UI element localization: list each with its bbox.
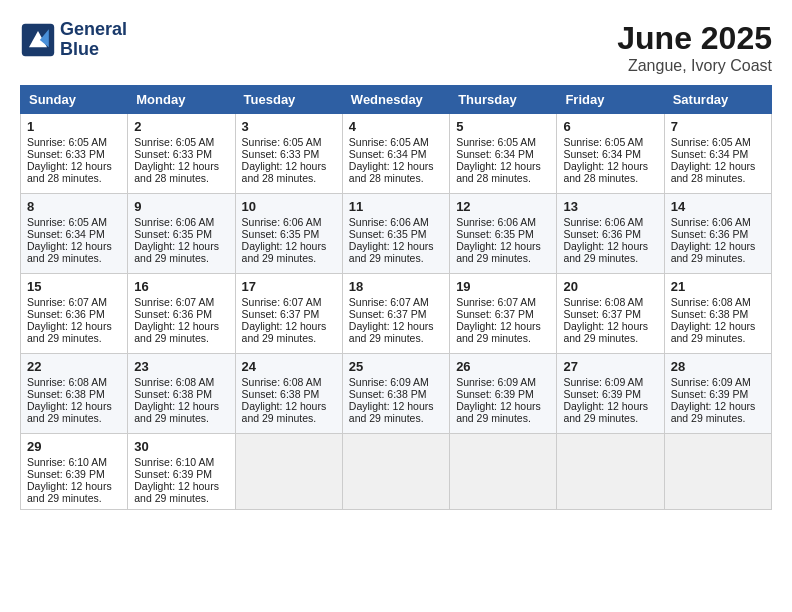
calendar-cell: 2 Sunrise: 6:05 AM Sunset: 6:33 PM Dayli… xyxy=(128,114,235,194)
daylight-label: Daylight: 12 hours and 29 minutes. xyxy=(27,480,112,504)
daylight-label: Daylight: 12 hours and 28 minutes. xyxy=(563,160,648,184)
day-number: 21 xyxy=(671,279,765,294)
sunset-label: Sunset: 6:34 PM xyxy=(671,148,749,160)
day-number: 10 xyxy=(242,199,336,214)
calendar-cell: 28 Sunrise: 6:09 AM Sunset: 6:39 PM Dayl… xyxy=(664,354,771,434)
daylight-label: Daylight: 12 hours and 29 minutes. xyxy=(242,400,327,424)
logo-text: General Blue xyxy=(60,20,127,60)
sunrise-label: Sunrise: 6:08 AM xyxy=(27,376,107,388)
calendar-cell xyxy=(342,434,449,510)
day-number: 12 xyxy=(456,199,550,214)
daylight-label: Daylight: 12 hours and 29 minutes. xyxy=(456,320,541,344)
day-number: 5 xyxy=(456,119,550,134)
sunrise-label: Sunrise: 6:07 AM xyxy=(27,296,107,308)
sunrise-label: Sunrise: 6:06 AM xyxy=(134,216,214,228)
day-number: 6 xyxy=(563,119,657,134)
calendar-cell: 16 Sunrise: 6:07 AM Sunset: 6:36 PM Dayl… xyxy=(128,274,235,354)
daylight-label: Daylight: 12 hours and 29 minutes. xyxy=(134,320,219,344)
calendar-table: SundayMondayTuesdayWednesdayThursdayFrid… xyxy=(20,85,772,510)
sunrise-label: Sunrise: 6:10 AM xyxy=(27,456,107,468)
day-number: 2 xyxy=(134,119,228,134)
sunset-label: Sunset: 6:35 PM xyxy=(134,228,212,240)
sunrise-label: Sunrise: 6:05 AM xyxy=(27,136,107,148)
sunrise-label: Sunrise: 6:05 AM xyxy=(349,136,429,148)
day-number: 14 xyxy=(671,199,765,214)
logo-line2: Blue xyxy=(60,40,127,60)
day-number: 24 xyxy=(242,359,336,374)
sunset-label: Sunset: 6:33 PM xyxy=(134,148,212,160)
calendar-week-row: 15 Sunrise: 6:07 AM Sunset: 6:36 PM Dayl… xyxy=(21,274,772,354)
daylight-label: Daylight: 12 hours and 28 minutes. xyxy=(671,160,756,184)
day-number: 19 xyxy=(456,279,550,294)
daylight-label: Daylight: 12 hours and 28 minutes. xyxy=(27,160,112,184)
sunset-label: Sunset: 6:34 PM xyxy=(563,148,641,160)
sunrise-label: Sunrise: 6:07 AM xyxy=(456,296,536,308)
sunset-label: Sunset: 6:37 PM xyxy=(349,308,427,320)
calendar-cell: 15 Sunrise: 6:07 AM Sunset: 6:36 PM Dayl… xyxy=(21,274,128,354)
sunset-label: Sunset: 6:39 PM xyxy=(134,468,212,480)
sunrise-label: Sunrise: 6:05 AM xyxy=(671,136,751,148)
day-number: 26 xyxy=(456,359,550,374)
calendar-cell: 20 Sunrise: 6:08 AM Sunset: 6:37 PM Dayl… xyxy=(557,274,664,354)
calendar-cell: 11 Sunrise: 6:06 AM Sunset: 6:35 PM Dayl… xyxy=(342,194,449,274)
sunset-label: Sunset: 6:39 PM xyxy=(27,468,105,480)
daylight-label: Daylight: 12 hours and 29 minutes. xyxy=(134,240,219,264)
day-number: 20 xyxy=(563,279,657,294)
daylight-label: Daylight: 12 hours and 29 minutes. xyxy=(27,320,112,344)
sunset-label: Sunset: 6:36 PM xyxy=(27,308,105,320)
location: Zangue, Ivory Coast xyxy=(617,57,772,75)
day-number: 18 xyxy=(349,279,443,294)
daylight-label: Daylight: 12 hours and 29 minutes. xyxy=(242,240,327,264)
calendar-cell: 8 Sunrise: 6:05 AM Sunset: 6:34 PM Dayli… xyxy=(21,194,128,274)
calendar-cell: 18 Sunrise: 6:07 AM Sunset: 6:37 PM Dayl… xyxy=(342,274,449,354)
sunrise-label: Sunrise: 6:08 AM xyxy=(242,376,322,388)
sunset-label: Sunset: 6:33 PM xyxy=(242,148,320,160)
sunset-label: Sunset: 6:35 PM xyxy=(349,228,427,240)
day-number: 27 xyxy=(563,359,657,374)
calendar-cell: 14 Sunrise: 6:06 AM Sunset: 6:36 PM Dayl… xyxy=(664,194,771,274)
day-header-tuesday: Tuesday xyxy=(235,86,342,114)
calendar-cell: 10 Sunrise: 6:06 AM Sunset: 6:35 PM Dayl… xyxy=(235,194,342,274)
calendar-cell: 29 Sunrise: 6:10 AM Sunset: 6:39 PM Dayl… xyxy=(21,434,128,510)
sunset-label: Sunset: 6:34 PM xyxy=(349,148,427,160)
day-number: 3 xyxy=(242,119,336,134)
title-area: June 2025 Zangue, Ivory Coast xyxy=(617,20,772,75)
sunset-label: Sunset: 6:34 PM xyxy=(27,228,105,240)
calendar-cell: 12 Sunrise: 6:06 AM Sunset: 6:35 PM Dayl… xyxy=(450,194,557,274)
sunrise-label: Sunrise: 6:08 AM xyxy=(563,296,643,308)
calendar-cell: 23 Sunrise: 6:08 AM Sunset: 6:38 PM Dayl… xyxy=(128,354,235,434)
day-number: 29 xyxy=(27,439,121,454)
calendar-week-row: 8 Sunrise: 6:05 AM Sunset: 6:34 PM Dayli… xyxy=(21,194,772,274)
daylight-label: Daylight: 12 hours and 29 minutes. xyxy=(134,480,219,504)
daylight-label: Daylight: 12 hours and 29 minutes. xyxy=(27,240,112,264)
day-header-sunday: Sunday xyxy=(21,86,128,114)
sunset-label: Sunset: 6:35 PM xyxy=(456,228,534,240)
sunset-label: Sunset: 6:35 PM xyxy=(242,228,320,240)
calendar-cell: 26 Sunrise: 6:09 AM Sunset: 6:39 PM Dayl… xyxy=(450,354,557,434)
day-number: 4 xyxy=(349,119,443,134)
calendar-cell: 27 Sunrise: 6:09 AM Sunset: 6:39 PM Dayl… xyxy=(557,354,664,434)
day-number: 1 xyxy=(27,119,121,134)
sunrise-label: Sunrise: 6:06 AM xyxy=(242,216,322,228)
sunrise-label: Sunrise: 6:05 AM xyxy=(563,136,643,148)
sunset-label: Sunset: 6:38 PM xyxy=(27,388,105,400)
logo-line1: General xyxy=(60,20,127,40)
calendar-cell: 1 Sunrise: 6:05 AM Sunset: 6:33 PM Dayli… xyxy=(21,114,128,194)
calendar-cell: 19 Sunrise: 6:07 AM Sunset: 6:37 PM Dayl… xyxy=(450,274,557,354)
daylight-label: Daylight: 12 hours and 29 minutes. xyxy=(349,400,434,424)
sunset-label: Sunset: 6:39 PM xyxy=(456,388,534,400)
daylight-label: Daylight: 12 hours and 29 minutes. xyxy=(671,240,756,264)
sunrise-label: Sunrise: 6:07 AM xyxy=(242,296,322,308)
calendar-week-row: 22 Sunrise: 6:08 AM Sunset: 6:38 PM Dayl… xyxy=(21,354,772,434)
day-number: 25 xyxy=(349,359,443,374)
sunrise-label: Sunrise: 6:09 AM xyxy=(349,376,429,388)
day-number: 8 xyxy=(27,199,121,214)
calendar-cell: 5 Sunrise: 6:05 AM Sunset: 6:34 PM Dayli… xyxy=(450,114,557,194)
sunset-label: Sunset: 6:38 PM xyxy=(242,388,320,400)
day-number: 15 xyxy=(27,279,121,294)
calendar-header-row: SundayMondayTuesdayWednesdayThursdayFrid… xyxy=(21,86,772,114)
calendar-cell: 21 Sunrise: 6:08 AM Sunset: 6:38 PM Dayl… xyxy=(664,274,771,354)
daylight-label: Daylight: 12 hours and 28 minutes. xyxy=(349,160,434,184)
sunrise-label: Sunrise: 6:06 AM xyxy=(671,216,751,228)
sunset-label: Sunset: 6:36 PM xyxy=(563,228,641,240)
